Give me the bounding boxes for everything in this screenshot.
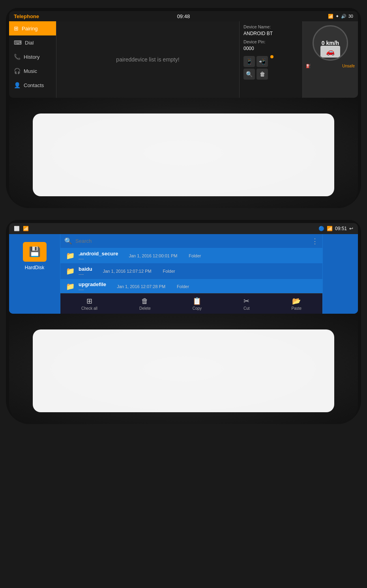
file-type-1: Folder: [181, 253, 201, 258]
dial-label: Dial: [25, 40, 34, 46]
pairing-icon: ⊞: [14, 25, 19, 32]
fm-back-icon[interactable]: ↩: [349, 226, 353, 231]
tel-device-panel: Device Name: ANDROID BT Device Pin: 0000…: [240, 21, 303, 98]
device-pin-label: Device Pin:: [243, 39, 298, 44]
toolbar-check-all[interactable]: ⊞ Check all: [81, 297, 97, 311]
folder-icon-1: 📁: [66, 251, 75, 260]
copy-label: Copy: [193, 306, 202, 311]
pairing-label: Pairing: [22, 26, 37, 32]
fm-toolbar: ⊞ Check all 🗑 Delete 📋 Copy ✂: [60, 293, 322, 314]
fuel-icon: ⛽: [306, 64, 311, 68]
history-icon: 📞: [14, 54, 21, 60]
safety-label: Unsafe: [342, 64, 355, 68]
file-name-3: upgradefile: [79, 281, 106, 287]
fm-main: 🔍 ⋮ 📁 .android_secure ---- Jan 1, 2: [60, 234, 322, 314]
copy-icon: 📋: [193, 297, 201, 305]
tel-speed-panel: 0 km/h 🚗 ⛽ Unsafe: [303, 21, 358, 98]
tel-time: 09:48: [177, 13, 190, 19]
search-icon: 🔍: [64, 237, 72, 245]
bt-delete-btn[interactable]: 🗑: [257, 69, 268, 80]
file-sub-2: ----: [79, 272, 92, 276]
window-icon: ⬜: [14, 226, 20, 231]
toolbar-delete[interactable]: 🗑 Delete: [139, 297, 151, 311]
speed-value: 0 km/h: [322, 40, 339, 46]
harddisk-icon[interactable]: 💾: [23, 242, 47, 262]
tel-title: Telephone: [14, 13, 39, 19]
unit1-screen: Telephone 09:48 📶 ✦ 🔊 30 ⊞ Pairing: [9, 11, 358, 98]
device-buttons: 📱 📲 🔍 🗑: [243, 56, 268, 80]
search-input[interactable]: [75, 238, 308, 244]
fm-sidebar: 💾 HardDisk: [9, 234, 60, 314]
file-row-android[interactable]: 📁 .android_secure ---- Jan 1, 2016 12:00…: [60, 248, 322, 264]
file-sub-1: ----: [79, 257, 118, 261]
file-date-2: Jan 1, 2016 12:07:12 PM: [96, 269, 152, 274]
device-name-value: ANDROID BT: [243, 31, 298, 36]
bt-icon: ✦: [335, 14, 339, 19]
fm-status-left: ⬜ 📶: [14, 226, 29, 231]
volume-value: 30: [348, 14, 353, 19]
paste-icon: 📂: [292, 297, 301, 305]
tel-status-icons: 📶 ✦ 🔊 30: [328, 14, 353, 19]
check-all-icon: ⊞: [86, 297, 92, 305]
wifi-icon: 📶: [328, 14, 333, 19]
speed-bottom-icons: ⛽ Unsafe: [306, 64, 355, 68]
fm-file-list: 📁 .android_secure ---- Jan 1, 2016 12:00…: [60, 248, 322, 293]
file-type-3: Folder: [169, 284, 189, 289]
fm-right-panel: [322, 234, 358, 314]
file-date-1: Jan 1, 2016 12:00:01 PM: [122, 253, 177, 258]
device-pin-value: 0000: [243, 46, 298, 51]
fm-statusbar: ⬜ 📶 🔵 📶 09:51 ↩: [9, 223, 358, 234]
bt-search-btn[interactable]: 🔍: [243, 69, 255, 80]
toolbar-copy[interactable]: 📋 Copy: [193, 297, 202, 311]
sidebar-item-music[interactable]: 🎧 Music: [9, 64, 56, 78]
file-name-1: .android_secure: [79, 251, 118, 257]
sidebar-item-dial[interactable]: ⌨ Dial: [9, 35, 56, 50]
tel-statusbar: Telephone 09:48 📶 ✦ 🔊 30: [9, 11, 358, 21]
empty-message: paireddevice list is empty!: [116, 56, 179, 63]
folder-icon-3: 📁: [66, 282, 75, 291]
bt-scan-btn[interactable]: 📲: [257, 56, 268, 67]
history-label: History: [24, 54, 39, 60]
tel-main-area: paireddevice list is empty!: [56, 21, 240, 98]
sidebar-item-history[interactable]: 📞 History: [9, 50, 56, 64]
volume-icon: 🔊: [341, 14, 346, 19]
file-row-baidu[interactable]: 📁 baidu ---- Jan 1, 2016 12:07:12 PM Fol…: [60, 264, 322, 279]
dial-icon: ⌨: [14, 39, 22, 46]
music-icon: 🎧: [14, 68, 21, 74]
contacts-icon: 👤: [14, 82, 21, 88]
sidebar-item-pairing[interactable]: ⊞ Pairing: [9, 21, 56, 35]
file-date-3: Jan 1, 2016 12:07:28 PM: [110, 284, 165, 289]
tel-body: ⊞ Pairing ⌨ Dial 📞 History 🎧 Music: [9, 21, 358, 98]
harddisk-symbol: 💾: [29, 246, 41, 257]
fm-status-right: 🔵 📶 09:51 ↩: [318, 226, 353, 231]
cut-label: Cut: [243, 306, 250, 311]
fm-time: 09:51: [335, 226, 347, 231]
toolbar-paste[interactable]: 📂 Paste: [291, 297, 301, 311]
signal-icon: 📶: [23, 226, 29, 231]
bt-connect-btn[interactable]: 📱: [243, 56, 255, 67]
cut-icon: ✂: [243, 297, 249, 305]
delete-label: Delete: [139, 306, 151, 311]
unit2-frame: ⬜ 📶 🔵 📶 09:51 ↩ 💾 HardDisk: [6, 220, 361, 424]
file-type-2: Folder: [155, 269, 175, 274]
toolbar-cut[interactable]: ✂ Cut: [243, 297, 250, 311]
unit1-lower-frame: [9, 98, 358, 208]
folder-icon-2: 📁: [66, 267, 75, 275]
menu-icon[interactable]: ⋮: [311, 237, 318, 246]
music-label: Music: [24, 68, 37, 74]
unit1-frame: Telephone 09:48 📶 ✦ 🔊 30 ⊞ Pairing: [6, 8, 361, 208]
bt-status-icon: 🔵: [318, 226, 324, 231]
status-dot: [270, 55, 273, 58]
unit2-lower-frame: [9, 314, 358, 424]
harddisk-label: HardDisk: [25, 265, 44, 270]
check-all-label: Check all: [81, 306, 97, 311]
contacts-label: Contacts: [24, 82, 44, 88]
file-name-2: baidu: [79, 266, 92, 272]
sidebar-item-contacts[interactable]: 👤 Contacts: [9, 78, 56, 92]
unit2-screen: ⬜ 📶 🔵 📶 09:51 ↩ 💾 HardDisk: [9, 223, 358, 314]
fm-searchbar: 🔍 ⋮: [60, 234, 322, 248]
file-row-upgrade[interactable]: 📁 upgradefile ---- Jan 1, 2016 12:07:28 …: [60, 279, 322, 293]
fm-body: 💾 HardDisk 🔍 ⋮ 📁: [9, 234, 358, 314]
speedometer: 0 km/h 🚗: [313, 25, 348, 61]
paste-label: Paste: [291, 306, 301, 311]
